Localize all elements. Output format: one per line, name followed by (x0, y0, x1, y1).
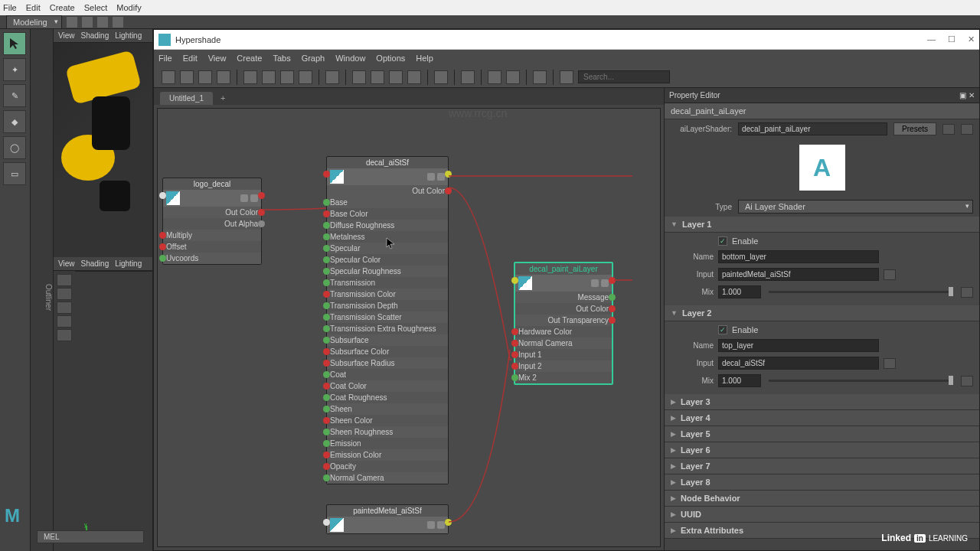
node-header[interactable] (327, 168, 448, 185)
input-port[interactable] (159, 232, 166, 239)
secondary-viewport[interactable]: y (75, 271, 152, 551)
input-port[interactable] (323, 429, 330, 435)
attr-message[interactable]: Message (515, 292, 612, 303)
input-port[interactable] (511, 340, 518, 347)
input-port[interactable] (323, 440, 330, 447)
attr-input-1[interactable]: Input 1 (515, 349, 612, 360)
input-port[interactable] (323, 314, 330, 321)
node-opt-icon[interactable] (427, 173, 435, 181)
input-port[interactable] (323, 348, 330, 355)
tb-icon[interactable] (407, 70, 421, 84)
input-port[interactable] (159, 243, 166, 250)
layer1-mix-input[interactable] (718, 285, 761, 298)
tb-icon[interactable] (506, 70, 520, 84)
attr-out-color[interactable]: Out Color (327, 185, 448, 197)
section-layer-5[interactable]: ▶Layer 5 (665, 426, 979, 442)
enable-checkbox[interactable]: ✓ (718, 325, 727, 334)
search-input[interactable] (578, 70, 670, 83)
input-port[interactable] (323, 325, 330, 332)
attr-row[interactable]: Base Color (327, 208, 448, 220)
hs-menu-view[interactable]: View (208, 54, 227, 63)
vp-view[interactable]: View (58, 31, 75, 40)
move-tool[interactable]: ◆ (3, 110, 26, 133)
scale-tool[interactable]: ▭ (3, 162, 26, 185)
toolbar-icon[interactable] (67, 17, 77, 28)
node-header[interactable] (163, 190, 261, 207)
input-port[interactable] (323, 519, 330, 526)
input-port[interactable] (511, 374, 518, 381)
input-port[interactable] (323, 371, 330, 378)
tb-icon[interactable] (299, 70, 312, 84)
paint-tool[interactable]: ✎ (3, 84, 26, 107)
input-port[interactable] (159, 255, 166, 262)
input-port[interactable] (323, 279, 330, 286)
input-port[interactable] (159, 192, 166, 199)
attr-row[interactable]: Normal Camera (327, 472, 448, 484)
outliner-tab[interactable]: Outliner (31, 29, 54, 551)
search-icon[interactable] (434, 70, 448, 84)
attr-row[interactable]: Transmission Scatter (327, 311, 448, 323)
map-button[interactable] (884, 358, 896, 369)
node-opt-icon[interactable] (437, 521, 445, 529)
hypershade-titlebar[interactable]: Hypershade — ☐ ✕ (154, 30, 979, 50)
input-port[interactable] (323, 171, 330, 178)
map-button[interactable] (961, 287, 973, 298)
tb-icon[interactable] (533, 70, 547, 84)
menu-modify[interactable]: Modify (116, 3, 141, 12)
hs-menu-help[interactable]: Help (416, 54, 433, 63)
attr-row[interactable]: Emission (327, 438, 448, 449)
tb-icon[interactable] (371, 70, 384, 84)
menu-create[interactable]: Create (50, 3, 75, 12)
section-layer-7[interactable]: ▶Layer 7 (665, 458, 979, 474)
shelf-btn[interactable] (57, 315, 72, 328)
input-port[interactable] (323, 245, 330, 252)
mix-slider[interactable] (769, 380, 953, 382)
hs-menu-create[interactable]: Create (237, 54, 262, 63)
tb-icon[interactable] (198, 70, 212, 84)
select-tool[interactable] (3, 32, 26, 55)
node-opt-icon[interactable] (240, 194, 248, 202)
input-port[interactable] (511, 277, 518, 284)
output-port[interactable] (609, 305, 616, 312)
attr-row[interactable]: Coat Color (327, 380, 448, 392)
input-port[interactable] (323, 199, 330, 206)
attr-row[interactable]: Specular (327, 243, 448, 254)
presets-button[interactable]: Presets (893, 122, 936, 135)
attr-row[interactable]: Base (327, 197, 448, 208)
close-panel-icon[interactable]: ✕ (969, 91, 975, 99)
hs-menu-options[interactable]: Options (376, 54, 405, 63)
toolbar-icon[interactable] (113, 17, 123, 28)
input-port[interactable] (323, 337, 330, 344)
node-header[interactable] (327, 517, 448, 533)
input-port[interactable] (323, 256, 330, 263)
shelf-btn[interactable] (57, 274, 72, 286)
section-layer-8[interactable]: ▶Layer 8 (665, 474, 979, 491)
workspace-dropdown[interactable]: Modeling (6, 15, 62, 29)
attr-row[interactable]: Specular Color (327, 254, 448, 266)
input-port[interactable] (323, 360, 330, 367)
layer1-name-input[interactable] (718, 250, 879, 263)
section-layer-6[interactable]: ▶Layer 6 (665, 442, 979, 458)
shelf-btn[interactable] (57, 302, 72, 314)
node-opt-icon[interactable] (601, 279, 609, 287)
toolbar-icon[interactable] (97, 17, 108, 28)
attr-hardware-color[interactable]: Hardware Color (515, 326, 612, 337)
menu-edit[interactable]: Edit (26, 3, 41, 12)
node-header[interactable] (515, 275, 612, 292)
attr-out-transparency[interactable]: Out Transparency (515, 315, 612, 326)
output-port[interactable] (258, 192, 265, 199)
tb-icon[interactable] (325, 70, 339, 84)
attr-row[interactable]: Subsurface (327, 334, 448, 346)
input-port[interactable] (323, 474, 330, 481)
node-opt-icon[interactable] (427, 521, 435, 529)
attr-row[interactable]: Coat Roughness (327, 392, 448, 403)
vp-view-2[interactable]: View (58, 259, 75, 268)
attr-row[interactable]: Sheen Roughness (327, 426, 448, 438)
tb-icon[interactable] (180, 70, 194, 84)
tab-untitled[interactable]: Untitled_1 (160, 92, 213, 105)
hs-menu-tabs[interactable]: Tabs (273, 54, 290, 63)
output-port[interactable] (445, 171, 452, 178)
tb-icon[interactable] (243, 70, 257, 84)
input-port[interactable] (323, 394, 330, 401)
input-port[interactable] (323, 222, 330, 229)
